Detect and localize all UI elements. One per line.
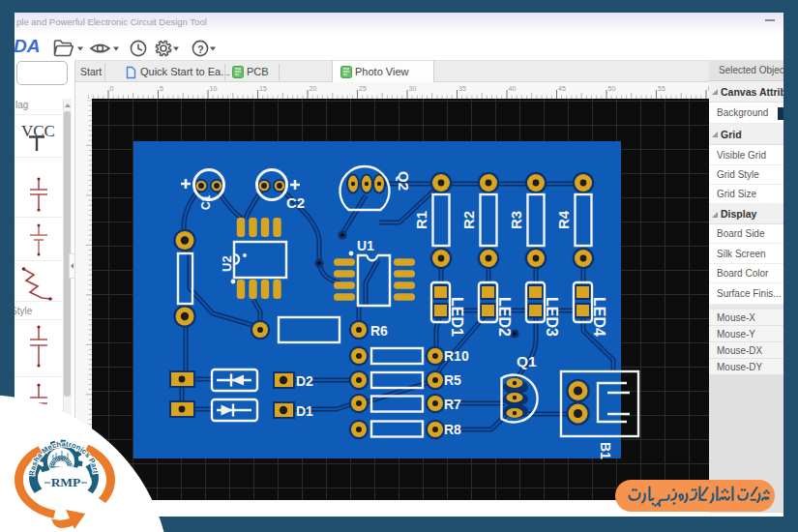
svg-text:45: 45 xyxy=(558,85,566,92)
svg-text:R1: R1 xyxy=(413,211,429,229)
svg-text:?: ? xyxy=(197,44,204,55)
svg-text:15: 15 xyxy=(259,85,267,92)
svg-text:LED1: LED1 xyxy=(449,297,465,337)
svg-text:20: 20 xyxy=(310,85,317,92)
svg-text:R8: R8 xyxy=(444,422,461,437)
svg-text:R7: R7 xyxy=(444,397,461,412)
svg-text:55: 55 xyxy=(658,85,665,92)
svg-text:Q2: Q2 xyxy=(396,171,412,191)
svg-text:25: 25 xyxy=(359,85,367,92)
svg-text:R3: R3 xyxy=(508,211,524,229)
svg-text:RMP: RMP xyxy=(51,475,81,489)
svg-text:10: 10 xyxy=(210,85,218,92)
svg-text:C1: C1 xyxy=(199,194,213,210)
svg-text:R6: R6 xyxy=(370,323,388,339)
svg-text:35: 35 xyxy=(458,85,466,92)
svg-text:R4: R4 xyxy=(555,210,572,229)
svg-text:5: 5 xyxy=(160,85,163,92)
svg-text:R5: R5 xyxy=(444,372,461,388)
svg-text:U2: U2 xyxy=(220,255,234,272)
svg-text:LED3: LED3 xyxy=(544,297,560,337)
svg-text:U1: U1 xyxy=(357,238,374,253)
svg-text:50: 50 xyxy=(608,85,616,92)
svg-text:D2: D2 xyxy=(296,373,313,389)
svg-text:D1: D1 xyxy=(296,403,313,419)
svg-text:Q1: Q1 xyxy=(517,353,537,369)
svg-text:R10: R10 xyxy=(444,348,469,364)
svg-text:30: 30 xyxy=(409,85,417,92)
svg-text:R2: R2 xyxy=(460,211,477,229)
svg-text:LED4: LED4 xyxy=(591,297,607,337)
svg-text:LED2: LED2 xyxy=(496,297,513,337)
svg-text:40: 40 xyxy=(509,85,517,92)
svg-text:B1: B1 xyxy=(598,442,613,459)
svg-text:0: 0 xyxy=(110,85,114,92)
svg-text:C2: C2 xyxy=(286,194,305,211)
